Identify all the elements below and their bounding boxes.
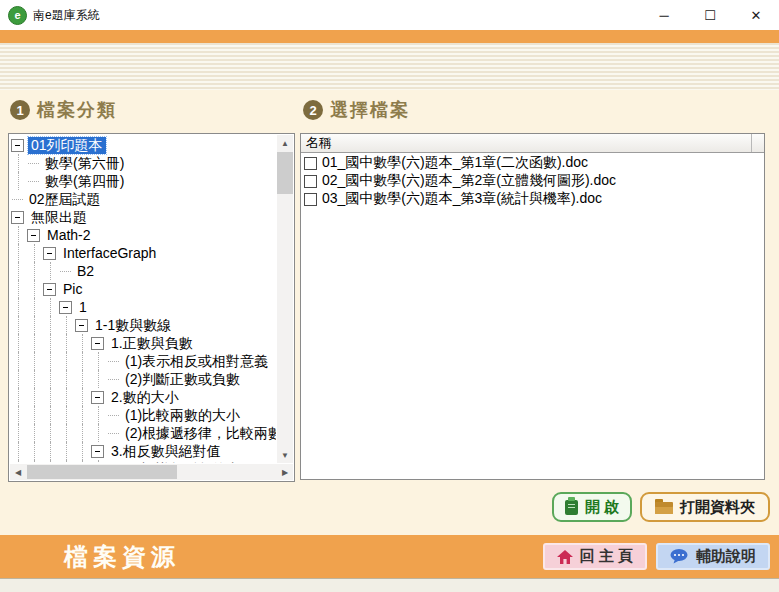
collapse-icon[interactable] [91,445,104,458]
collapse-icon[interactable] [75,319,88,332]
tree-connector [10,190,26,208]
tree-guide [10,298,26,316]
minimize-button[interactable]: ─ [641,0,687,30]
tree-horizontal-scrollbar[interactable]: ◀ ▶ [10,464,293,480]
collapse-icon[interactable] [91,391,104,404]
tree-guide [74,442,90,460]
maximize-button[interactable]: ☐ [687,0,733,30]
collapse-icon[interactable] [91,337,104,350]
tree-item[interactable]: 數學(第四冊) [10,172,276,190]
open-document-icon [565,500,578,515]
tree-item[interactable]: 無限出題 [10,208,276,226]
tree-item[interactable]: (1)比較兩數的大小 [10,406,276,424]
tree-item-label: 1 [76,299,90,316]
tree-guide [42,262,58,280]
open-button[interactable]: 開 啟 [552,492,632,522]
tree-guide [74,370,90,388]
scroll-up-icon[interactable]: ▲ [277,135,293,151]
column-header-name[interactable]: 名稱 [301,134,752,152]
tree-connector [58,262,74,280]
tree-item-label: Pic [60,281,85,298]
collapse-icon[interactable] [43,283,56,296]
tree-guide [42,442,58,460]
collapse-icon[interactable] [27,229,40,242]
orange-accent-bar [0,30,779,43]
scroll-left-icon[interactable]: ◀ [10,464,26,480]
file-checkbox[interactable] [304,175,317,188]
tree-item[interactable]: (2)根據遞移律，比較兩數 [10,424,276,442]
close-button[interactable]: ✕ [733,0,779,30]
tree-item[interactable]: (1)認識相反數的表示 [10,460,276,463]
tree-item[interactable]: Pic [10,280,276,298]
help-button[interactable]: 輔助說明 [656,543,770,570]
footer-bar: 檔案資源 回 主 頁 輔助說明 [0,535,779,578]
scroll-right-icon[interactable]: ▶ [277,464,293,480]
tree-guide [58,460,74,463]
tree-item[interactable]: 2.數的大小 [10,388,276,406]
tree-guide [10,388,26,406]
tree-guide [58,370,74,388]
collapse-icon[interactable] [11,139,24,152]
main-area: 1 檔案分類 2 選擇檔案 01列印題本數學(第六冊)數學(第四冊)02歷屆試題… [0,90,779,535]
tree-guide [10,172,26,190]
tree-item[interactable]: 1-1數與數線 [10,316,276,334]
tree-guide [58,442,74,460]
tree-connector [106,460,122,463]
tree-guide [10,262,26,280]
window-title: 南e題庫系統 [33,7,100,24]
tree-guide [10,334,26,352]
tree-item[interactable]: (2)判斷正數或負數 [10,370,276,388]
tree-connector [106,352,122,370]
app-window: e 南e題庫系統 ─ ☐ ✕ 1 檔案分類 2 選擇檔案 01列印題本數學(第六… [0,0,779,592]
collapse-icon[interactable] [59,301,72,314]
open-folder-button[interactable]: 打開資料夾 [640,492,770,522]
file-row[interactable]: 01_國中數學(六)題本_第1章(二次函數).doc [301,154,764,172]
tree-guide [58,334,74,352]
tree-item[interactable]: B2 [10,262,276,280]
home-icon [557,550,573,564]
tree-guide [10,226,26,244]
tree-item[interactable]: Math-2 [10,226,276,244]
tree-vertical-scrollbar[interactable]: ▲ ▼ [277,135,293,463]
file-checkbox[interactable] [304,193,317,206]
home-button[interactable]: 回 主 頁 [543,543,647,570]
vertical-scroll-thumb[interactable] [277,152,293,194]
tree-guide [74,388,90,406]
tree-guide [74,460,90,463]
tree-item[interactable]: 01列印題本 [10,136,276,154]
file-row[interactable]: 03_國中數學(六)題本_第3章(統計與機率).doc [301,190,764,208]
scroll-down-icon[interactable]: ▼ [277,447,293,463]
column-header-extra[interactable] [752,134,764,152]
tree-item-label: 數學(第六冊) [42,155,127,172]
tree-item-label: (1)比較兩數的大小 [122,407,243,424]
tree-guide [26,424,42,442]
tree-connector [26,154,42,172]
collapse-icon[interactable] [43,247,56,260]
tree-guide [26,406,42,424]
tree-guide [90,424,106,442]
tree-item[interactable]: (1)表示相反或相對意義 [10,352,276,370]
tree-item[interactable]: 1.正數與負數 [10,334,276,352]
tree-item[interactable]: 1 [10,298,276,316]
collapse-icon[interactable] [11,211,24,224]
tree-item[interactable]: InterfaceGraph [10,244,276,262]
tree-guide [42,406,58,424]
tree-guide [74,352,90,370]
horizontal-scroll-thumb[interactable] [27,465,177,479]
tree-item[interactable]: 02歷屆試題 [10,190,276,208]
tree-guide [74,406,90,424]
tree-item-label: 無限出題 [28,209,90,226]
tree-guide [26,316,42,334]
tree-item[interactable]: 數學(第六冊) [10,154,276,172]
open-button-label: 開 啟 [585,498,619,517]
file-checkbox[interactable] [304,157,317,170]
file-name: 02_國中數學(六)題本_第2章(立體幾何圖形).doc [322,172,616,190]
file-row[interactable]: 02_國中數學(六)題本_第2章(立體幾何圖形).doc [301,172,764,190]
tree-guide [10,316,26,334]
tree-guide [42,352,58,370]
tree-item[interactable]: 3.相反數與絕對值 [10,442,276,460]
home-button-label: 回 主 頁 [580,547,633,566]
section-title: 選擇檔案 [330,98,410,122]
tree-item-label: InterfaceGraph [60,245,159,262]
category-tree: 01列印題本數學(第六冊)數學(第四冊)02歷屆試題無限出題Math-2Inte… [10,135,276,463]
